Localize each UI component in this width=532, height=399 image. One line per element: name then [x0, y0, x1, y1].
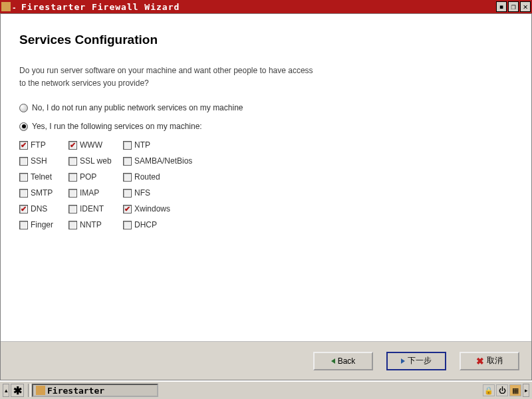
- service-ntp[interactable]: NTP: [123, 140, 216, 150]
- service-samba[interactable]: SAMBA/NetBios: [123, 156, 216, 166]
- next-label: 下一步: [408, 355, 432, 366]
- checkbox-routed[interactable]: [123, 173, 132, 182]
- firestarter-icon: [1, 2, 11, 11]
- checkbox-telnet[interactable]: [19, 173, 28, 182]
- taskbar-task-firestarter[interactable]: Firestarter: [32, 384, 158, 397]
- description-line1: Do you run server software on your machi…: [19, 66, 313, 75]
- back-button[interactable]: Back: [313, 352, 373, 370]
- wizard-content: Services Configuration Do you run server…: [1, 14, 531, 341]
- page-description: Do you run server software on your machi…: [19, 65, 513, 90]
- service-smtp[interactable]: SMTP: [19, 188, 68, 198]
- service-routed[interactable]: Routed: [123, 172, 216, 182]
- tray-lock-icon[interactable]: 🔒: [483, 384, 495, 396]
- description-line2: to the network services you provide?: [19, 78, 149, 88]
- service-label-xwin: Xwindows: [134, 204, 170, 213]
- taskbar-arrow-right[interactable]: ▸: [523, 384, 529, 397]
- checkbox-smtp[interactable]: [19, 189, 28, 198]
- service-label-routed: Routed: [134, 172, 160, 182]
- checkbox-xwin[interactable]: [123, 205, 132, 213]
- service-label-www: WWW: [80, 140, 102, 150]
- button-bar: Back 下一步 ✖ 取消: [1, 341, 531, 380]
- checkbox-ident[interactable]: [68, 205, 77, 213]
- firestarter-task-icon: [36, 386, 45, 395]
- service-label-samba: SAMBA/NetBios: [134, 156, 192, 166]
- back-label: Back: [338, 356, 356, 366]
- checkbox-ssh[interactable]: [19, 157, 28, 166]
- service-label-dhcp: DHCP: [134, 220, 157, 229]
- tray-power-icon[interactable]: ⏻: [496, 384, 508, 396]
- checkbox-finger[interactable]: [19, 221, 28, 229]
- services-grid: FTPWWWNTPSSHSSL webSAMBA/NetBiosTelnetPO…: [19, 140, 513, 229]
- service-ftp[interactable]: FTP: [19, 140, 68, 150]
- service-label-nntp: NNTP: [80, 220, 102, 229]
- checkbox-imap[interactable]: [68, 189, 77, 198]
- service-label-imap: IMAP: [80, 188, 99, 198]
- radio-yes-icon[interactable]: [19, 122, 28, 131]
- service-www[interactable]: WWW: [68, 140, 123, 150]
- system-tray: 🔒 ⏻ ▦ ▸: [483, 384, 529, 397]
- service-pop[interactable]: POP: [68, 172, 123, 182]
- service-telnet[interactable]: Telnet: [19, 172, 68, 182]
- service-label-ident: IDENT: [80, 204, 104, 213]
- start-button[interactable]: ✱: [11, 384, 24, 397]
- service-finger[interactable]: Finger: [19, 220, 68, 229]
- service-nfs[interactable]: NFS: [123, 188, 216, 198]
- checkbox-nfs[interactable]: [123, 189, 132, 198]
- cancel-button[interactable]: ✖ 取消: [460, 352, 519, 370]
- titlebar: - Firestarter Firewall Wizard ▪ ❐ ✕: [0, 0, 532, 13]
- service-dns[interactable]: DNS: [19, 204, 68, 213]
- cancel-label: 取消: [487, 355, 503, 366]
- service-label-nfs: NFS: [134, 188, 150, 198]
- wizard-window: Services Configuration Do you run server…: [0, 13, 532, 380]
- service-label-finger: Finger: [31, 220, 53, 229]
- service-dhcp[interactable]: DHCP: [123, 220, 216, 229]
- service-label-ssh: SSH: [31, 156, 47, 166]
- taskbar-arrow-up[interactable]: ▴: [3, 384, 9, 397]
- taskbar: ▴ ✱ Firestarter 🔒 ⏻ ▦ ▸: [0, 380, 532, 399]
- checkbox-samba[interactable]: [123, 157, 132, 166]
- checkbox-sslweb[interactable]: [68, 157, 77, 166]
- radio-yes-label: Yes, I run the following services on my …: [32, 122, 202, 131]
- taskbar-separator: [28, 384, 31, 397]
- checkbox-www[interactable]: [68, 141, 77, 150]
- arrow-right-icon: [401, 358, 405, 364]
- taskbar-task-label: Firestarter: [47, 386, 104, 396]
- service-nntp[interactable]: NNTP: [68, 220, 123, 229]
- radio-no-services[interactable]: No, I do not run any public network serv…: [19, 103, 513, 112]
- checkbox-dhcp[interactable]: [123, 221, 132, 229]
- service-label-smtp: SMTP: [31, 188, 53, 198]
- service-label-ntp: NTP: [134, 140, 150, 150]
- service-sslweb[interactable]: SSL web: [68, 156, 123, 166]
- service-label-pop: POP: [80, 172, 96, 182]
- checkbox-ftp[interactable]: [19, 141, 28, 150]
- checkbox-dns[interactable]: [19, 205, 28, 213]
- checkbox-ntp[interactable]: [123, 141, 132, 150]
- service-label-sslweb: SSL web: [80, 156, 112, 166]
- checkbox-pop[interactable]: [68, 173, 77, 182]
- cancel-x-icon: ✖: [476, 356, 484, 366]
- radio-no-label: No, I do not run any public network serv…: [32, 103, 243, 112]
- page-title: Services Configuration: [19, 33, 513, 47]
- service-label-telnet: Telnet: [31, 172, 52, 182]
- tray-app-icon[interactable]: ▦: [509, 384, 521, 396]
- dash-icon: -: [12, 3, 19, 10]
- arrow-left-icon: [331, 358, 335, 364]
- window-title: Firestarter Firewall Wizard: [21, 2, 496, 12]
- service-label-dns: DNS: [31, 204, 47, 213]
- close-button[interactable]: ✕: [520, 1, 531, 12]
- checkbox-nntp[interactable]: [68, 221, 77, 229]
- service-imap[interactable]: IMAP: [68, 188, 123, 198]
- service-ssh[interactable]: SSH: [19, 156, 68, 166]
- service-ident[interactable]: IDENT: [68, 204, 123, 213]
- radio-no-icon[interactable]: [19, 104, 28, 112]
- window-buttons: ▪ ❐ ✕: [496, 1, 531, 12]
- radio-yes-services[interactable]: Yes, I run the following services on my …: [19, 122, 513, 131]
- service-xwin[interactable]: Xwindows: [123, 204, 216, 213]
- maximize-button[interactable]: ❐: [508, 1, 519, 12]
- minimize-button[interactable]: ▪: [496, 1, 507, 12]
- service-label-ftp: FTP: [31, 140, 46, 150]
- next-button[interactable]: 下一步: [386, 352, 446, 370]
